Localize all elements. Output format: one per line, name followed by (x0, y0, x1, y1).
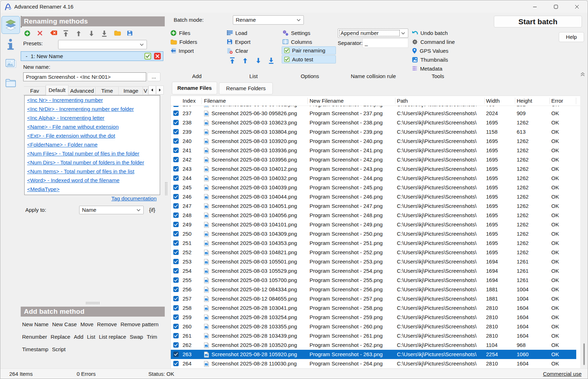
row-checkbox[interactable] (173, 138, 179, 144)
move-down-button[interactable] (89, 30, 95, 36)
toolbar-item-gps-values[interactable]: GPS Values (412, 47, 449, 55)
add-method-link[interactable]: Remove (97, 321, 117, 328)
table-row[interactable]: 241Screenshot 2025-08-03 103936.pngProgr… (171, 146, 576, 155)
table-row[interactable]: 250Screenshot 2025-08-03 104309.pngProgr… (171, 229, 576, 239)
save-preset-button[interactable] (127, 30, 133, 36)
column-separator[interactable] (395, 98, 395, 104)
table-row[interactable]: 251Screenshot 2025-08-03 104353.pngProgr… (171, 239, 576, 248)
collapse-toolbar-icon[interactable] (580, 72, 586, 77)
move-file-bottom-button[interactable] (269, 57, 274, 64)
table-row[interactable]: 253Screenshot 2025-08-03 105501.pngProgr… (171, 257, 576, 266)
option-auto-test[interactable]: Auto test (282, 55, 336, 63)
table-row[interactable]: 243Screenshot 2025-08-03 104012.pngProgr… (171, 164, 576, 174)
row-checkbox[interactable] (173, 212, 179, 218)
batch-mode-select[interactable]: Rename (233, 15, 304, 25)
method-item-bar[interactable]: - 1: New Name (21, 51, 163, 61)
add-method-link[interactable]: Swap (130, 334, 143, 341)
toolbar-item-command-line[interactable]: Command line (412, 38, 455, 46)
toolbar-item-folders[interactable]: Folders (170, 38, 197, 46)
table-row[interactable]: 255Screenshot 2025-08-03 105700.pngProgr… (171, 276, 576, 285)
row-checkbox[interactable] (173, 231, 179, 236)
toolbar-item-export[interactable]: Export (227, 38, 250, 46)
table-row[interactable]: 244Screenshot 2025-08-03 104032.pngProgr… (171, 174, 576, 183)
row-checkbox[interactable] (173, 250, 179, 255)
table-row[interactable]: 245Screenshot 2025-08-03 104039.pngProgr… (171, 183, 576, 192)
tag-link[interactable]: <Ext> - File extension without the dot (27, 131, 160, 140)
toolbar-item-files[interactable]: Files (170, 29, 190, 37)
commercial-use-link[interactable]: Commercial use (543, 369, 582, 379)
tab-rename-files[interactable]: Rename Files (172, 82, 217, 94)
sidebar-item-info[interactable] (0, 38, 21, 51)
row-checkbox[interactable] (173, 175, 179, 181)
browse-tags-button[interactable]: ... (147, 72, 160, 81)
row-checkbox[interactable] (173, 157, 179, 162)
add-method-link[interactable]: Remove pattern (121, 321, 159, 328)
tab-scroll-left-button[interactable] (148, 86, 156, 94)
toolbar-item-thumbnails[interactable]: Thumbnails (412, 56, 448, 63)
move-file-up-button[interactable] (242, 57, 248, 64)
tag-documentation-link[interactable]: Tag documentation (111, 196, 157, 201)
row-checkbox[interactable] (173, 148, 179, 153)
table-row[interactable]: 249Screenshot 2025-08-03 104101.pngProgr… (171, 220, 576, 229)
add-method-link[interactable]: List replace (99, 334, 126, 341)
row-checkbox[interactable] (173, 166, 179, 171)
vertical-splitter-grip[interactable] (165, 182, 168, 195)
row-checkbox[interactable] (173, 314, 179, 320)
tab-time[interactable]: Time (96, 86, 119, 95)
horizontal-splitter-grip[interactable] (86, 302, 100, 304)
table-row[interactable]: 261Screenshot 2025-08-28 103439.pngProgr… (171, 331, 576, 340)
table-row[interactable]: 238Screenshot 2025-08-03 103623.pngProgr… (171, 118, 576, 127)
column-separator[interactable] (201, 98, 202, 104)
method-enabled-checkbox[interactable] (144, 53, 151, 60)
add-method-button[interactable] (24, 30, 30, 36)
add-method-link[interactable]: Move (80, 321, 93, 328)
toolbar-item-load[interactable]: Load (227, 29, 247, 37)
column-separator[interactable] (549, 98, 550, 104)
row-checkbox[interactable] (173, 342, 179, 348)
sidebar-item-folders[interactable] (0, 77, 21, 88)
row-checkbox[interactable] (173, 296, 179, 301)
tag-link[interactable]: <Num Files> - Total number of files in t… (27, 149, 160, 158)
move-up-button[interactable] (76, 30, 82, 36)
row-checkbox[interactable] (173, 333, 179, 338)
tab-v[interactable]: V (143, 86, 148, 95)
table-row[interactable]: 256Screenshot 2025-08-12 084334.pngProgr… (171, 285, 576, 294)
row-checkbox[interactable] (173, 287, 179, 292)
toolbar-item-metadata[interactable]: Metadata (412, 65, 443, 72)
toolbar-item-settings[interactable]: Settings (282, 29, 310, 37)
row-checkbox[interactable] (173, 268, 179, 273)
clear-methods-button[interactable] (50, 30, 56, 36)
table-row[interactable]: 246Screenshot 2025-08-03 104044.pngProgr… (171, 192, 576, 201)
name-collision-rule-select[interactable]: Append number (338, 29, 408, 38)
add-method-link[interactable]: Replace (51, 334, 70, 341)
table-row[interactable]: 252Screenshot 2025-08-03 104821.pngProgr… (171, 248, 576, 257)
row-checkbox[interactable] (173, 277, 179, 283)
move-top-button[interactable] (63, 30, 69, 36)
table-row[interactable]: 239Screenshot 2025-08-03 103804.pngProgr… (171, 127, 576, 137)
toolbar-item-undo-batch[interactable]: Undo batch (412, 29, 448, 37)
remove-method-button[interactable] (37, 30, 43, 36)
tab-scroll-right-button[interactable] (156, 86, 164, 94)
tag-link[interactable]: <MediaType> (27, 185, 160, 194)
add-method-link[interactable]: Add (74, 334, 83, 341)
if-tag-label[interactable]: {if} (149, 206, 155, 214)
add-method-link[interactable]: Trim (147, 334, 157, 341)
table-row[interactable]: 248Screenshot 2025-08-03 104056.pngProgr… (171, 211, 576, 220)
tab-advanced[interactable]: Advanced (69, 86, 96, 95)
minimize-button[interactable] (527, 0, 543, 13)
tag-link[interactable]: <Inc NrDir> - Incrementing number per fo… (27, 104, 160, 113)
tab-image[interactable]: Image (119, 86, 143, 95)
add-method-link[interactable]: New Name (22, 321, 48, 328)
table-row[interactable]: 254Screenshot 2025-08-03 105529.pngProgr… (171, 266, 576, 276)
tag-link[interactable]: <Word> - Indexed word of the filename (27, 176, 160, 185)
column-separator[interactable] (307, 98, 308, 104)
row-checkbox[interactable] (173, 324, 179, 329)
move-file-down-button[interactable] (256, 57, 261, 64)
table-row[interactable]: 263Screenshot 2025-08-28 105920.pngProgr… (171, 350, 576, 359)
row-checkbox[interactable] (173, 240, 179, 246)
open-preset-button[interactable] (114, 30, 120, 36)
column-header-width[interactable]: Width (486, 96, 500, 106)
add-method-link[interactable]: New Case (52, 321, 77, 328)
table-row[interactable]: 257Screenshot 2025-08-12 084655.pngProgr… (171, 294, 576, 303)
table-row[interactable]: 236Screenshot 2025-06-30 094602.pngProgr… (171, 106, 576, 109)
